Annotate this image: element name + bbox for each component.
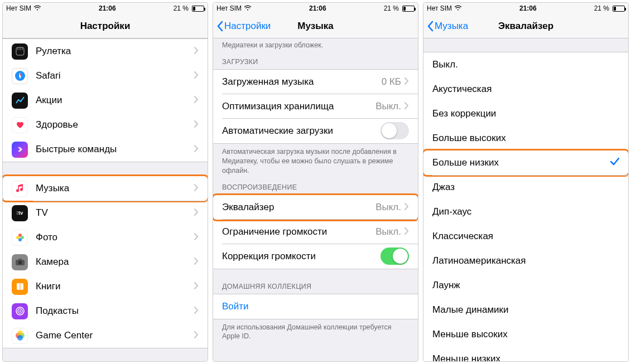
row-label: Game Center	[36, 330, 194, 341]
eq-option-row[interactable]: Меньше высоких	[423, 322, 628, 347]
back-label: Музыка	[435, 21, 468, 32]
svg-point-13	[18, 261, 22, 265]
signin-label: Войти	[222, 301, 409, 312]
back-label: Настройки	[224, 21, 271, 32]
svg-rect-14	[18, 259, 22, 260]
checkmark-icon	[610, 157, 619, 168]
row-label: Автоматические загрузки	[222, 125, 380, 137]
option-label: Больше низких	[432, 157, 610, 168]
carrier-label: Нет SIM	[216, 4, 242, 12]
chevron-right-icon	[404, 202, 409, 213]
settings-row[interactable]: Акции	[3, 88, 208, 113]
home-collection-footer: Для использования Домашней коллекции тре…	[213, 319, 418, 346]
screen-settings: Нет SIM 21:06 21 % Настройки РулеткаSafa…	[2, 2, 208, 362]
page-title: Настройки	[80, 21, 131, 32]
eq-option-row[interactable]: Джаз	[423, 175, 628, 200]
eq-option-row[interactable]: Дип-хаус	[423, 200, 628, 224]
settings-row[interactable]: Быстрые команды	[3, 137, 208, 162]
gamecenter-icon	[12, 328, 28, 344]
row-label: Рулетка	[36, 46, 194, 57]
settings-row[interactable]: Game Center	[3, 323, 208, 348]
screen-equalizer: Нет SIM 21:06 21 % Музыка Эквалайзер Вык…	[423, 2, 629, 362]
option-label: Латиноамериканская	[432, 255, 619, 266]
downloaded-music-row[interactable]: Загруженная музыка 0 КБ	[213, 70, 418, 94]
page-title: Музыка	[297, 21, 333, 32]
battery-pct-label: 21 %	[174, 4, 189, 12]
row-label: TV	[36, 207, 194, 219]
eq-option-row[interactable]: Акустическая	[423, 77, 628, 101]
row-label: Акции	[36, 95, 194, 106]
shortcuts-icon	[12, 142, 28, 158]
eq-option-row[interactable]: Лаунж	[423, 273, 628, 298]
option-label: Джаз	[432, 182, 619, 193]
chevron-right-icon	[194, 46, 199, 57]
chevron-right-icon	[194, 330, 199, 341]
row-label: Фото	[36, 232, 194, 243]
nav-bar: Музыка Эквалайзер	[423, 14, 628, 38]
option-label: Акустическая	[432, 84, 619, 95]
storage-optimization-row[interactable]: Оптимизация хранилища Выкл.	[213, 94, 418, 119]
downloads-header: ЗАГРУЗКИ	[213, 55, 418, 69]
books-icon	[12, 279, 28, 295]
sound-check-toggle[interactable]	[380, 247, 409, 265]
battery-pct-label: 21 %	[384, 4, 399, 12]
signin-row[interactable]: Войти	[213, 294, 418, 319]
chevron-right-icon	[194, 232, 199, 243]
auto-downloads-toggle[interactable]	[380, 122, 409, 139]
playback-group: Эквалайзер Выкл. Ограничение громкости В…	[213, 195, 418, 269]
nav-bar: Настройки Музыка	[213, 14, 418, 38]
nav-bar: Настройки	[3, 14, 208, 38]
settings-row[interactable]: Фото	[3, 225, 208, 250]
page-title: Эквалайзер	[498, 21, 553, 32]
settings-row[interactable]: Подкасты	[3, 299, 208, 323]
back-button[interactable]: Музыка	[427, 21, 468, 32]
eq-option-row[interactable]: Больше высоких	[423, 126, 628, 151]
wifi-icon	[244, 4, 252, 12]
volume-limit-row[interactable]: Ограничение громкости Выкл.	[213, 220, 418, 244]
clock-label: 21:06	[519, 4, 537, 12]
music-icon	[12, 181, 28, 197]
eq-option-row[interactable]: Меньше низких	[423, 347, 628, 361]
equalizer-row[interactable]: Эквалайзер Выкл.	[213, 195, 418, 220]
status-bar: Нет SIM 21:06 21 %	[213, 3, 418, 14]
settings-row[interactable]: Книги	[3, 274, 208, 299]
settings-row[interactable]: Рулетка	[3, 39, 208, 64]
option-label: Лаунж	[432, 280, 619, 291]
row-label: Подкасты	[36, 305, 194, 317]
playback-header: ВОСПРОИЗВЕДЕНИЕ	[213, 180, 418, 195]
podcasts-icon	[12, 303, 28, 319]
content-scroll[interactable]: Выкл.АкустическаяБез коррекцииБольше выс…	[423, 38, 628, 361]
settings-row[interactable]: Safari	[3, 64, 208, 88]
row-label: Книги	[36, 281, 194, 292]
status-bar: Нет SIM 21:06 21 %	[3, 3, 208, 14]
settings-row[interactable]: tvTV	[3, 201, 208, 225]
camera-icon	[12, 254, 28, 270]
back-button[interactable]: Настройки	[216, 21, 271, 32]
settings-group-2: МузыкаtvTVФотоКамераКнигиПодкастыGame C…	[3, 176, 208, 348]
row-value: Выкл.	[375, 202, 401, 213]
row-label: Загруженная музыка	[222, 76, 382, 88]
content-scroll[interactable]: Медиатеки и загрузки обложек. ЗАГРУЗКИ З…	[213, 38, 418, 361]
content-scroll[interactable]: РулеткаSafariАкцииЗдоровьеБыстрые команд…	[3, 38, 208, 361]
eq-options-group: Выкл.АкустическаяБез коррекцииБольше выс…	[423, 52, 628, 361]
eq-option-row[interactable]: Малые динамики	[423, 298, 628, 322]
eq-option-row[interactable]: Без коррекции	[423, 101, 628, 126]
chevron-right-icon	[194, 256, 199, 268]
battery-icon	[613, 6, 625, 12]
safari-icon	[12, 68, 28, 84]
eq-option-row[interactable]: Больше низких	[423, 151, 628, 175]
option-label: Дип-хаус	[432, 206, 619, 217]
sound-check-row[interactable]: Коррекция громкости	[213, 244, 418, 269]
row-label: Здоровье	[36, 119, 194, 130]
eq-option-row[interactable]: Выкл.	[423, 52, 628, 77]
row-value: Выкл.	[375, 101, 401, 112]
settings-row[interactable]: Камера	[3, 250, 208, 274]
row-label: Быстрые команды	[36, 144, 194, 155]
eq-option-row[interactable]: Латиноамериканская	[423, 249, 628, 273]
eq-option-row[interactable]: Классическая	[423, 224, 628, 249]
chevron-right-icon	[404, 76, 409, 88]
chevron-right-icon	[194, 281, 199, 292]
settings-row[interactable]: Здоровье	[3, 113, 208, 137]
settings-row[interactable]: Музыка	[3, 176, 208, 201]
auto-downloads-row[interactable]: Автоматические загрузки	[213, 119, 418, 143]
